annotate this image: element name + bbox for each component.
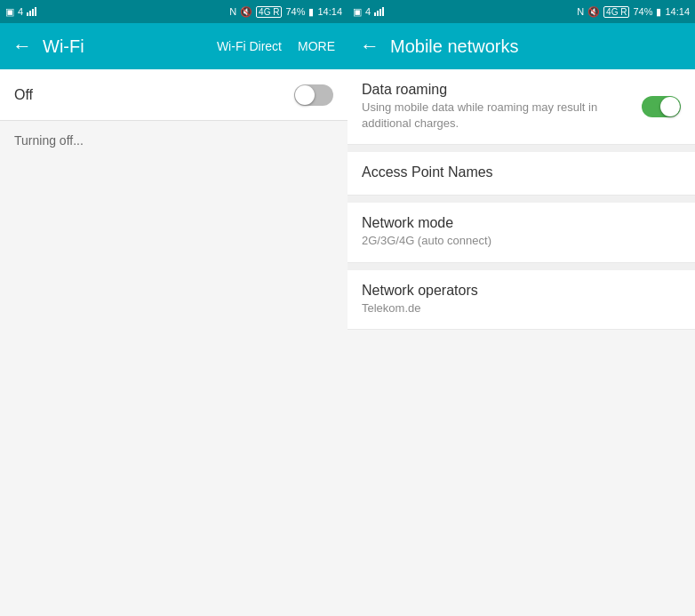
status-left-icons-right: ▣ 4: [353, 5, 384, 18]
mute-icon-right: 🔇: [587, 6, 600, 18]
battery-icon-right: ▮: [656, 6, 661, 18]
battery-level-right: 74%: [633, 6, 652, 17]
signal-bars-right: [374, 5, 384, 18]
mobile-networks-panel: ▣ 4 N 🔇 4G R 74% ▮ 14:14 ← Mobile networ…: [348, 0, 695, 616]
time-display: 14:14: [317, 6, 342, 17]
access-point-names-title: Access Point Names: [362, 164, 681, 180]
data-roaming-toggle[interactable]: [642, 96, 681, 117]
status-right-icons: N 🔇 4G R 74% ▮ 14:14: [229, 6, 342, 18]
sim-icon-right: ▣: [353, 6, 362, 18]
network-mode-subtitle: 2G/3G/4G (auto connect): [362, 233, 681, 249]
wifi-toolbar: ← Wi-Fi Wi-Fi Direct MORE: [0, 23, 348, 69]
status-bar-right: ▣ 4 N 🔇 4G R 74% ▮ 14:14: [348, 0, 695, 23]
mute-icon: 🔇: [240, 6, 252, 18]
toggle-on-knob: [660, 97, 680, 116]
wifi-direct-button[interactable]: Wi-Fi Direct: [217, 39, 282, 53]
battery-level: 74%: [285, 6, 305, 17]
divider-3: [348, 263, 695, 270]
wifi-toggle-row[interactable]: Off: [0, 69, 348, 121]
divider-2: [348, 196, 695, 203]
wifi-toggle[interactable]: [294, 84, 333, 106]
signal-strength-right: 4: [365, 6, 371, 17]
data-roaming-item[interactable]: Data roaming Using mobile data while roa…: [348, 69, 695, 145]
status-right-icons-right: N 🔇 4G R 74% ▮ 14:14: [577, 6, 690, 18]
time-display-right: 14:14: [665, 6, 690, 17]
toggle-knob: [295, 85, 315, 105]
mobile-networks-title: Mobile networks: [390, 36, 683, 57]
toolbar-actions: Wi-Fi Direct MORE: [217, 39, 335, 53]
network-operators-item[interactable]: Network operators Telekom.de: [348, 270, 695, 330]
access-point-names-item[interactable]: Access Point Names: [348, 152, 695, 196]
carrier-icon-right: N: [577, 6, 584, 17]
battery-icon: ▮: [308, 6, 314, 18]
divider-1: [348, 145, 695, 152]
wifi-off-label: Off: [14, 87, 33, 103]
network-mode-item[interactable]: Network mode 2G/3G/4G (auto connect): [348, 203, 695, 262]
wifi-panel: ▣ 4 N 🔇 4G R 74% ▮ 14:14 ← Wi-Fi Wi-F: [0, 0, 348, 616]
carrier-icon: N: [229, 6, 236, 17]
signal-bars: [27, 5, 36, 18]
mobile-networks-toolbar: ← Mobile networks: [348, 23, 695, 69]
more-button[interactable]: MORE: [298, 39, 335, 53]
network-type: 4G R: [256, 6, 282, 18]
sim-icon: ▣: [5, 6, 14, 18]
status-left-icons: ▣ 4: [5, 5, 36, 18]
data-roaming-title: Data roaming: [362, 82, 681, 98]
wifi-title: Wi-Fi: [43, 36, 206, 57]
network-operators-subtitle: Telekom.de: [362, 300, 681, 316]
back-button[interactable]: ←: [12, 36, 32, 56]
network-mode-title: Network mode: [362, 215, 681, 231]
status-bar-left: ▣ 4 N 🔇 4G R 74% ▮ 14:14: [0, 0, 348, 23]
settings-list: Data roaming Using mobile data while roa…: [348, 69, 695, 330]
network-operators-title: Network operators: [362, 283, 681, 299]
data-roaming-subtitle: Using mobile data while roaming may resu…: [362, 100, 602, 132]
network-type-right: 4G R: [603, 6, 629, 18]
turning-off-status: Turning off...: [0, 121, 348, 160]
mobile-back-button[interactable]: ←: [360, 36, 379, 56]
signal-strength: 4: [18, 6, 23, 17]
